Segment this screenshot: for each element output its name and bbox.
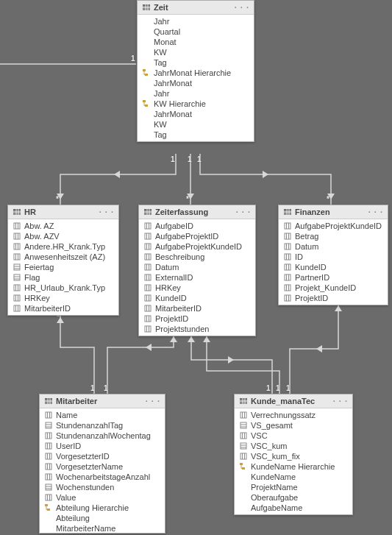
table-zeiterfassung[interactable]: Zeiterfassung · · · AufgabeID AufgabePro… [138, 205, 256, 336]
field-row[interactable]: PartnerID [279, 272, 388, 283]
column-icon [283, 232, 292, 241]
field-row[interactable]: ProjektID [279, 293, 388, 303]
hierarchy-level[interactable]: JahrMonat [138, 78, 254, 88]
field-row[interactable]: Abw. AZ [8, 221, 118, 231]
table-kunde-manatec[interactable]: Kunde_manaTec · · · Verrechnungssatz VS_… [234, 394, 353, 515]
column-icon [143, 304, 152, 313]
field-row[interactable]: Jahr [138, 16, 254, 26]
hierarchy-level[interactable]: JahrMonat [138, 109, 254, 119]
field-row[interactable]: StundenanzahlTag [40, 420, 165, 431]
field-row[interactable]: Flag [8, 272, 118, 283]
field-row[interactable]: Betrag [279, 231, 388, 241]
field-row[interactable]: VS_gesamt [235, 420, 352, 431]
field-row[interactable]: Andere.HR_Krank.Typ [8, 241, 118, 252]
field-row[interactable]: Abw. AZV [8, 231, 118, 241]
hierarchy-level[interactable]: AufgabeName [235, 503, 352, 513]
field-row[interactable]: AufgabeID [139, 221, 255, 231]
field-row[interactable]: KundeID [279, 262, 388, 272]
column-icon [13, 222, 21, 230]
column-icon [13, 242, 21, 251]
field-row[interactable]: AufgabeProjektKundeID [279, 221, 388, 231]
table-hr[interactable]: HR · · · Abw. AZ Abw. AZV Andere.HR_Kran… [7, 205, 119, 316]
field-row[interactable]: Quartal [138, 26, 254, 37]
table-header[interactable]: Zeit · · · [138, 1, 254, 15]
table-menu-button[interactable]: · · · [368, 208, 383, 216]
column-icon [44, 411, 53, 419]
table-title: Finanzen [295, 208, 366, 216]
table-header[interactable]: Finanzen · · · [279, 205, 388, 219]
field-row[interactable]: Verrechnungssatz [235, 410, 352, 420]
hierarchy-level[interactable]: Tag [138, 130, 254, 140]
hierarchy-level[interactable]: KW [138, 119, 254, 130]
hierarchy-level[interactable]: KundeName [235, 472, 352, 482]
table-header[interactable]: Zeiterfassung · · · [139, 205, 255, 219]
field-row[interactable]: Name [40, 410, 165, 420]
table-menu-button[interactable]: · · · [333, 397, 348, 405]
table-zeit[interactable]: Zeit · · · Jahr Quartal Monat KW Tag Jah… [137, 0, 254, 142]
table-mitarbeiter[interactable]: Mitarbeiter · · · Name StundenanzahlTag … [39, 394, 165, 534]
field-row[interactable]: StundenanzahlWochentag [40, 431, 165, 441]
field-row[interactable]: Datum [279, 241, 388, 252]
field-row[interactable]: Projekt_KundeID [279, 283, 388, 293]
table-menu-button[interactable]: · · · [146, 397, 160, 405]
field-row[interactable]: ProjektID [139, 313, 255, 324]
column-icon [239, 431, 248, 440]
table-menu-button[interactable]: · · · [236, 208, 251, 216]
table-body: Name StundenanzahlTag StundenanzahlWoche… [40, 408, 165, 535]
field-row[interactable]: WochenarbeitstageAnzahl [40, 472, 165, 482]
field-row[interactable]: Datum [139, 262, 255, 272]
field-row[interactable]: VSC_kum_fix [235, 451, 352, 461]
table-menu-button[interactable]: · · · [235, 3, 249, 12]
hierarchy-row[interactable]: KW Hierarchie [138, 99, 254, 109]
field-row[interactable]: Beschreibung [139, 252, 255, 262]
hierarchy-level[interactable]: Oberaufgabe [235, 492, 352, 503]
hierarchy-level[interactable]: MitarbeiterName [40, 523, 165, 534]
cardinality-one: 1 [188, 155, 192, 163]
field-row[interactable]: UserID [40, 441, 165, 451]
field-row[interactable]: Monat [138, 37, 254, 47]
field-row[interactable]: HRKey [8, 293, 118, 303]
field-row[interactable]: AufgabeProjektID [139, 231, 255, 241]
field-row[interactable]: AufgabeProjektKundeID [139, 241, 255, 252]
field-row[interactable]: ExternalID [139, 272, 255, 283]
field-row[interactable]: Wochenstunden [40, 482, 165, 492]
field-row[interactable]: VSC [235, 431, 352, 441]
field-row[interactable]: VorgesetzterName [40, 461, 165, 472]
field-row[interactable]: VSC_kum [235, 441, 352, 451]
hierarchy-level[interactable]: Jahr [138, 88, 254, 99]
column-icon [44, 431, 53, 440]
column-icon [143, 222, 152, 230]
table-header[interactable]: Kunde_manaTec · · · [235, 394, 352, 408]
field-row[interactable]: Anwesenheitszeit (AZ) [8, 252, 118, 262]
field-row[interactable]: HRKey [139, 283, 255, 293]
field-row[interactable]: KW [138, 47, 254, 57]
column-icon [13, 252, 21, 261]
field-row[interactable]: MitarbeiterID [8, 303, 118, 313]
hierarchy-row[interactable]: Abteilung Hierarchie [40, 503, 165, 513]
hierarchy-level[interactable]: ProjektName [235, 482, 352, 492]
field-row[interactable]: Projektstunden [139, 324, 255, 334]
field-row[interactable]: Tag [138, 57, 254, 68]
field-row[interactable]: KundeID [139, 293, 255, 303]
column-icon [143, 294, 152, 302]
table-header[interactable]: HR · · · [8, 205, 118, 219]
column-icon [283, 273, 292, 282]
field-row[interactable]: ID [279, 252, 388, 262]
hierarchy-row[interactable]: JahrMonat Hierarchie [138, 68, 254, 78]
column-icon [143, 232, 152, 241]
hierarchy-row[interactable]: KundeName Hierarchie [235, 461, 352, 472]
table-header[interactable]: Mitarbeiter · · · [40, 394, 165, 408]
cardinality-one: 1 [171, 155, 175, 163]
field-row[interactable]: Feiertag [8, 262, 118, 272]
table-menu-button[interactable]: · · · [99, 208, 114, 216]
svg-marker-19 [263, 171, 268, 178]
table-title: Kunde_manaTec [251, 397, 330, 405]
hierarchy-level[interactable]: Abteilung [40, 513, 165, 523]
field-row[interactable]: VorgesetzterID [40, 451, 165, 461]
column-icon [283, 252, 292, 261]
field-row[interactable]: HR_Urlaub_Krank.Typ [8, 283, 118, 293]
field-row[interactable]: MitarbeiterID [139, 303, 255, 313]
table-finanzen[interactable]: Finanzen · · · AufgabeProjektKundeID Bet… [278, 205, 388, 305]
field-row[interactable]: Value [40, 492, 165, 503]
table-body: AufgabeProjektKundeID Betrag Datum ID Ku… [279, 219, 388, 305]
